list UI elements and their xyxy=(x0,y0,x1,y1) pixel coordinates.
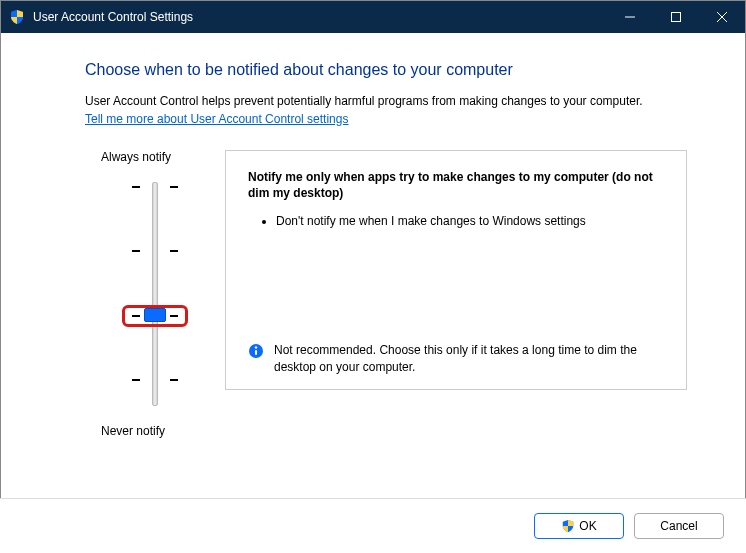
help-link[interactable]: Tell me more about User Account Control … xyxy=(85,112,348,126)
info-icon xyxy=(248,343,264,359)
uac-shield-icon xyxy=(561,519,575,533)
slider-rail xyxy=(152,182,158,406)
info-bullet-list: Don't notify me when I make changes to W… xyxy=(248,213,664,236)
svg-rect-5 xyxy=(255,350,257,355)
content-area: Choose when to be notified about changes… xyxy=(1,33,745,458)
slider-tick xyxy=(132,250,140,252)
slider-tick xyxy=(170,250,178,252)
info-note-text: Not recommended. Choose this only if it … xyxy=(274,342,664,374)
slider-tick xyxy=(170,379,178,381)
close-button[interactable] xyxy=(699,1,745,33)
cancel-button-label: Cancel xyxy=(660,519,697,533)
title-bar: User Account Control Settings xyxy=(1,1,745,33)
slider-thumb[interactable] xyxy=(144,308,166,322)
notification-slider[interactable] xyxy=(110,174,200,414)
cancel-button[interactable]: Cancel xyxy=(634,513,724,539)
uac-shield-icon xyxy=(9,9,25,25)
slider-tick xyxy=(132,186,140,188)
svg-point-6 xyxy=(255,347,257,349)
slider-label-bottom: Never notify xyxy=(85,424,225,438)
ok-button-label: OK xyxy=(579,519,596,533)
info-title: Notify me only when apps try to make cha… xyxy=(248,169,664,201)
info-panel: Notify me only when apps try to make cha… xyxy=(225,150,687,390)
ok-button[interactable]: OK xyxy=(534,513,624,539)
maximize-button[interactable] xyxy=(653,1,699,33)
page-heading: Choose when to be notified about changes… xyxy=(85,61,687,79)
window-title: User Account Control Settings xyxy=(33,10,607,24)
info-note: Not recommended. Choose this only if it … xyxy=(248,342,664,374)
svg-rect-1 xyxy=(672,13,681,22)
slider-tick xyxy=(132,379,140,381)
slider-tick xyxy=(170,186,178,188)
info-bullet-item: Don't notify me when I make changes to W… xyxy=(276,213,664,230)
slider-label-top: Always notify xyxy=(85,150,225,164)
intro-text: User Account Control helps prevent poten… xyxy=(85,93,687,110)
dialog-footer: OK Cancel xyxy=(0,498,746,553)
slider-column: Always notify Never notify xyxy=(85,150,225,438)
minimize-button[interactable] xyxy=(607,1,653,33)
